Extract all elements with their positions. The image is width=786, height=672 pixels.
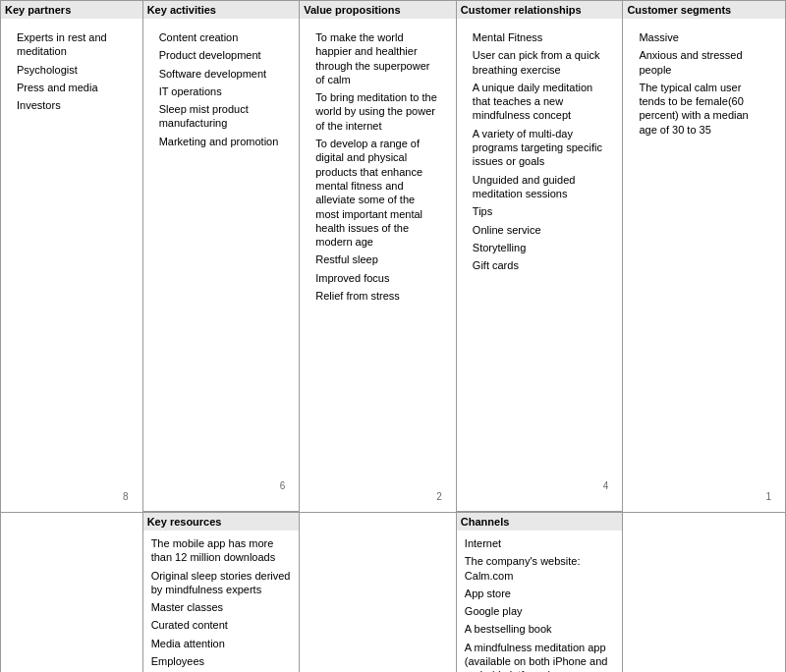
cell-number: 8	[123, 491, 129, 502]
list-item: Unguided and guided meditation sessions	[473, 173, 607, 201]
key-activities-cell: Key activities Content creation Product …	[143, 1, 301, 512]
list-item: Marketing and promotion	[159, 135, 284, 148]
customer-segments-header: Customer segments	[623, 1, 785, 19]
channels-cell: Channels Internet The company's website:…	[457, 513, 624, 672]
customer-relationships-content: Mental Fitness User can pick from a quic…	[465, 25, 615, 495]
list-item: Sleep mist product manufacturing	[159, 102, 284, 131]
list-item: Master classes	[151, 600, 292, 614]
list-item: Employees	[151, 654, 292, 668]
customer-segments-cell: Customer segments Massive Anxious and st…	[623, 1, 785, 512]
key-partners-header: Key partners	[1, 1, 142, 19]
value-propositions-header: Value propositions	[300, 1, 456, 19]
list-item: Restful sleep	[315, 252, 440, 266]
list-item: The company's website: Calm.com	[465, 554, 615, 583]
list-item: Software development	[159, 67, 284, 81]
customer-relationships-header: Customer relationships	[457, 1, 623, 19]
list-item: To bring meditation to the world by usin…	[315, 90, 440, 133]
list-item: A variety of multi-day programs targetin…	[473, 127, 607, 169]
list-item: Curated content	[151, 618, 292, 632]
list-item: User can pick from a quick breathing exe…	[473, 48, 607, 77]
list-item: Mental Fitness	[473, 30, 607, 44]
customer-relationships-cell: Customer relationships Mental Fitness Us…	[457, 1, 624, 512]
list-item: Press and media	[17, 81, 127, 94]
list-item: Massive	[639, 30, 769, 44]
key-resources-header: Key resources	[143, 513, 300, 531]
key-partners-cell: Key partners Experts in rest and meditat…	[1, 1, 143, 512]
key-activities-content: Content creation Product development Sof…	[151, 25, 292, 495]
list-item: To develop a range of digital and physic…	[315, 137, 440, 249]
key-activities-header: Key activities	[143, 1, 300, 19]
bmc-canvas: Key partners Experts in rest and meditat…	[0, 0, 786, 672]
list-item: Investors	[17, 98, 127, 112]
list-item: A mindfulness meditation app (available …	[465, 641, 615, 672]
cell-number: 2	[436, 491, 442, 502]
list-item: Anxious and stressed people	[639, 48, 769, 77]
key-resources-content: The mobile app has more than 12 million …	[151, 536, 292, 672]
key-partners-content: Experts in rest and meditation Psycholog…	[9, 25, 135, 506]
list-item: A bestselling book	[465, 622, 615, 636]
list-item: Online service	[473, 223, 607, 237]
list-item: Original sleep stories derived by mindfu…	[151, 569, 292, 597]
list-item: Experts in rest and meditation	[17, 30, 127, 59]
value-props-mid	[300, 513, 457, 672]
list-item: The typical calm user tends to be female…	[639, 81, 769, 137]
customer-seg-mid	[623, 513, 785, 672]
list-item: Google play	[465, 604, 615, 618]
list-item: Content creation	[159, 30, 284, 44]
list-item: To make the world happier and healthier …	[315, 30, 440, 86]
list-item: Internet	[465, 536, 615, 550]
channels-content: Internet The company's website: Calm.com…	[465, 536, 615, 672]
channels-header: Channels	[457, 513, 623, 531]
list-item: Media attention	[151, 637, 292, 650]
list-item: Storytelling	[473, 241, 607, 254]
list-item: Product development	[159, 48, 284, 62]
list-item: Psychologist	[17, 63, 127, 77]
list-item: App store	[465, 587, 615, 600]
list-item: Improved focus	[315, 271, 440, 285]
customer-segments-content: Massive Anxious and stressed people The …	[631, 25, 777, 506]
key-resources-cell: Key resources The mobile app has more th…	[143, 513, 301, 672]
list-item: IT operations	[159, 84, 284, 98]
key-partners-mid: 8	[1, 513, 143, 672]
cell-number: 1	[765, 491, 771, 502]
list-item: Relief from stress	[315, 289, 440, 303]
middle-section: 8 Key resources The mobile app has more …	[1, 513, 785, 672]
cell-number: 4	[603, 480, 609, 491]
cell-number: 6	[280, 480, 286, 491]
top-section: Key partners Experts in rest and meditat…	[1, 1, 785, 513]
list-item: A unique daily meditation that teaches a…	[473, 81, 607, 123]
list-item: The mobile app has more than 12 million …	[151, 536, 292, 565]
value-propositions-cell: Value propositions To make the world hap…	[300, 1, 457, 512]
list-item: Tips	[473, 204, 607, 218]
list-item: Gift cards	[473, 258, 607, 272]
value-propositions-content: To make the world happier and healthier …	[308, 25, 448, 506]
